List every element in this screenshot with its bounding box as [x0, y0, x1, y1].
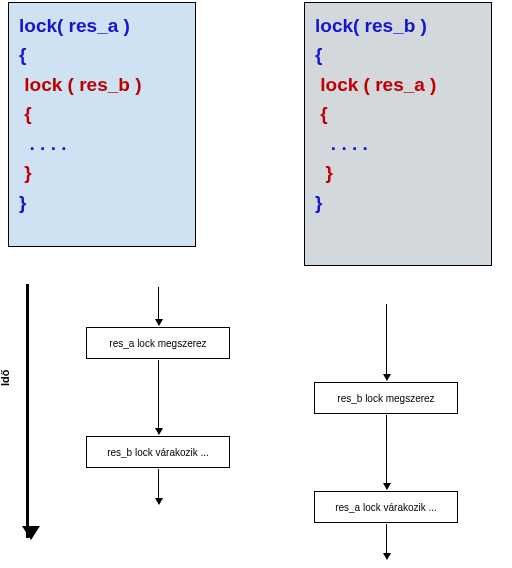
code-line: lock ( res_b )	[19, 70, 185, 99]
flow-label: res_b lock várakozik ...	[107, 447, 209, 458]
arrow-down-icon	[158, 287, 159, 325]
code-line: lock( res_a )	[19, 11, 185, 40]
code-line: {	[315, 40, 481, 69]
code-block-thread-a: lock( res_a ) { lock ( res_b ) { . . . .…	[8, 2, 196, 247]
code-block-thread-b: lock( res_b ) { lock ( res_a ) { . . . .…	[304, 2, 492, 266]
code-line: {	[19, 40, 185, 69]
arrow-down-icon	[386, 415, 387, 489]
flow-step-a-wait: res_b lock várakozik ...	[86, 436, 230, 468]
code-line: . . . .	[315, 129, 481, 158]
flow-step-a-acquire: res_a lock megszerez	[86, 327, 230, 359]
flow-label: res_a lock megszerez	[109, 338, 206, 349]
code-line: . . . .	[19, 129, 185, 158]
code-line: }	[315, 158, 481, 187]
code-line: }	[19, 158, 185, 187]
arrow-down-icon	[386, 524, 387, 559]
code-line: {	[19, 99, 185, 128]
flow-step-b-acquire: res_b lock megszerez	[314, 382, 458, 414]
time-axis-arrow	[26, 284, 29, 538]
code-line: }	[315, 188, 481, 217]
code-line: {	[315, 99, 481, 128]
arrow-down-icon	[158, 469, 159, 504]
code-line: lock ( res_a )	[315, 70, 481, 99]
arrow-down-icon	[386, 304, 387, 380]
flow-label: res_a lock várakozik ...	[335, 502, 437, 513]
flow-step-b-wait: res_a lock várakozik ...	[314, 491, 458, 523]
time-axis-label: Idő	[0, 370, 11, 387]
arrow-down-icon	[158, 360, 159, 434]
code-line: lock( res_b )	[315, 11, 481, 40]
code-line: }	[19, 188, 185, 217]
flow-label: res_b lock megszerez	[337, 393, 434, 404]
